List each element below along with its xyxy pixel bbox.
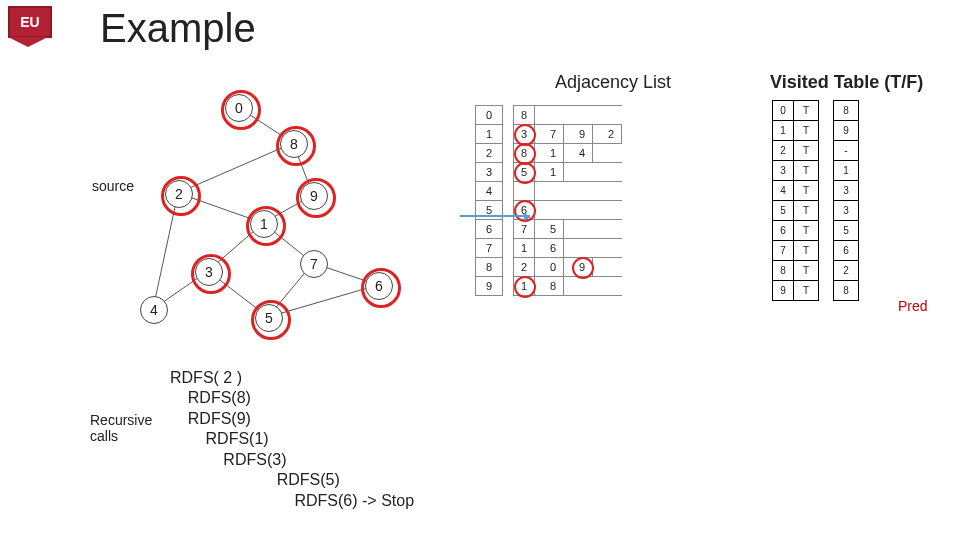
- visited-val: T: [794, 101, 819, 121]
- visited-row: 7T: [773, 241, 819, 261]
- visited-idx: 8: [773, 261, 794, 281]
- adj-cell: 9: [572, 258, 593, 276]
- adj-index-cell: 7: [475, 239, 503, 258]
- visited-val: T: [794, 121, 819, 141]
- recursive-calls-label: Recursive calls: [90, 412, 170, 444]
- visited-idx: 9: [773, 281, 794, 301]
- pred-val: 1: [834, 161, 859, 181]
- adj-cell: 8: [543, 277, 564, 295]
- pred-table: 89-1335628: [833, 100, 859, 301]
- graph-canvas: 0829137456: [90, 90, 450, 350]
- graph-node-8: 8: [280, 130, 308, 158]
- graph-node-1: 1: [250, 210, 278, 238]
- adjacency-list: 0123456789 8379281451 6751620918: [475, 105, 622, 296]
- highlight-circle-icon: [572, 257, 594, 279]
- visited-idx: 2: [773, 141, 794, 161]
- adj-index-cell: 5: [475, 201, 503, 220]
- adj-cell: 6: [543, 239, 564, 257]
- pred-row: 5: [834, 221, 859, 241]
- visited-val: T: [794, 161, 819, 181]
- adj-index-cell: 3: [475, 163, 503, 182]
- adj-row: 3792: [513, 125, 622, 144]
- graph-node-3: 3: [195, 258, 223, 286]
- highlight-circle-icon: [514, 162, 536, 184]
- adj-gap: [535, 239, 543, 257]
- visited-val: T: [794, 281, 819, 301]
- pred-row: 2: [834, 261, 859, 281]
- adj-cell: 1: [513, 239, 535, 257]
- pred-row: 6: [834, 241, 859, 261]
- visited-val: T: [794, 201, 819, 221]
- graph-edge: [268, 285, 378, 317]
- adj-index-cell: 4: [475, 182, 503, 201]
- graph-node-6: 6: [365, 272, 393, 300]
- adj-cell: 8: [513, 106, 535, 124]
- visited-val: T: [794, 141, 819, 161]
- pred-row: 8: [834, 281, 859, 301]
- highlight-circle-icon: [514, 143, 536, 165]
- adj-row: 75: [513, 220, 622, 239]
- adjacency-list-heading: Adjacency List: [555, 72, 671, 93]
- pred-val: 2: [834, 261, 859, 281]
- recursive-call-stack: RDFS( 2 ) RDFS(8) RDFS(9) RDFS(1) RDFS(3…: [170, 368, 414, 511]
- adj-cell: 8: [513, 144, 535, 162]
- adj-gap: [564, 258, 572, 276]
- visited-idx: 6: [773, 221, 794, 241]
- pred-row: 9: [834, 121, 859, 141]
- adj-cell-empty: [513, 182, 535, 200]
- stack-line: RDFS(1): [170, 429, 414, 449]
- adj-cell: 9: [572, 125, 593, 143]
- visited-table-heading: Visited Table (T/F): [770, 72, 923, 93]
- adj-gap: [564, 144, 572, 162]
- visited-row: 6T: [773, 221, 819, 241]
- pred-val: 3: [834, 181, 859, 201]
- visited-row: 0T: [773, 101, 819, 121]
- visited-pred-wrap: 0T1T2T3T4T5T6T7T8T9T 89-1335628: [772, 100, 859, 301]
- visited-idx: 3: [773, 161, 794, 181]
- visited-row: 9T: [773, 281, 819, 301]
- logo-flag: EU: [8, 6, 52, 38]
- adj-gap: [535, 144, 543, 162]
- adj-index-cell: 2: [475, 144, 503, 163]
- visited-idx: 4: [773, 181, 794, 201]
- adj-gap: [535, 163, 543, 181]
- pred-val: 3: [834, 201, 859, 221]
- graph-node-9: 9: [300, 182, 328, 210]
- adj-gap: [535, 220, 543, 238]
- adj-row: 51: [513, 163, 622, 182]
- adj-index-cell: 0: [475, 106, 503, 125]
- adj-row: [513, 182, 622, 201]
- pred-row: -: [834, 141, 859, 161]
- adj-gap: [535, 125, 543, 143]
- adj-cell: 1: [543, 144, 564, 162]
- visited-idx: 0: [773, 101, 794, 121]
- adj-row: 8: [513, 106, 622, 125]
- adj-index-cell: 6: [475, 220, 503, 239]
- adj-row: 814: [513, 144, 622, 163]
- adj-cell: 7: [543, 125, 564, 143]
- visited-table: 0T1T2T3T4T5T6T7T8T9T: [772, 100, 819, 301]
- pred-val: 9: [834, 121, 859, 141]
- stack-line: RDFS(8): [170, 388, 414, 408]
- adj-cell: 0: [543, 258, 564, 276]
- visited-row: 8T: [773, 261, 819, 281]
- visited-val: T: [794, 241, 819, 261]
- pred-val: 8: [834, 101, 859, 121]
- slide: EU Example Adjacency List Visited Table …: [0, 0, 960, 540]
- stack-line: RDFS( 2 ): [170, 368, 414, 388]
- pred-row: 1: [834, 161, 859, 181]
- pred-val: 8: [834, 281, 859, 301]
- pointer-arrow-icon: [460, 215, 530, 217]
- logo-tail: [8, 37, 48, 47]
- adj-cell: 7: [513, 220, 535, 238]
- visited-val: T: [794, 221, 819, 241]
- pred-val: 5: [834, 221, 859, 241]
- adj-cell: 2: [601, 125, 622, 143]
- visited-row: 4T: [773, 181, 819, 201]
- stack-line: RDFS(6) -> Stop: [170, 491, 414, 511]
- visited-val: T: [794, 181, 819, 201]
- adj-cell: 1: [543, 163, 564, 181]
- adj-index-cell: 1: [475, 125, 503, 144]
- adj-index-cell: 8: [475, 258, 503, 277]
- stack-line: RDFS(5): [170, 470, 414, 490]
